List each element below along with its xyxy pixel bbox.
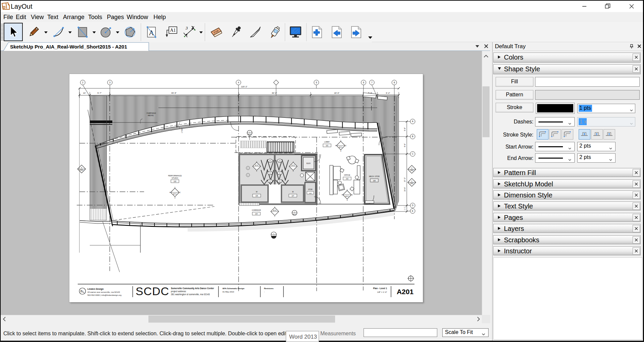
svg-text:W: W xyxy=(256,191,258,193)
svg-text:STUDIO: STUDIO xyxy=(172,177,178,179)
svg-text:A701: A701 xyxy=(173,193,177,195)
svg-text:C: C xyxy=(412,153,413,155)
svg-text:A: A xyxy=(412,120,413,122)
svg-text:ELEV: ELEV xyxy=(307,163,311,164)
svg-text:01 May 2013: 01 May 2013 xyxy=(222,291,234,293)
svg-text:A703: A703 xyxy=(255,164,258,166)
svg-text:3: 3 xyxy=(185,25,188,30)
svg-text:1: 1 xyxy=(175,187,176,188)
svg-text:102: 102 xyxy=(346,178,348,180)
svg-text:9: 9 xyxy=(81,167,82,169)
svg-text:106: 106 xyxy=(255,195,258,197)
svg-text:LOBBY: LOBBY xyxy=(324,141,330,143)
svg-text:37’-3”: 37’-3” xyxy=(404,177,406,182)
svg-text:3: 3 xyxy=(340,150,341,152)
svg-text:5’-7”: 5’-7” xyxy=(98,92,102,94)
svg-text:0902: 0902 xyxy=(80,169,83,171)
svg-text:project address:: project address: xyxy=(171,290,186,293)
svg-text:107: 107 xyxy=(292,195,294,197)
svg-text:PERFORMANCE: PERFORMANCE xyxy=(168,175,182,177)
svg-text:CORRIDOR: CORRIDOR xyxy=(252,209,261,211)
svg-text:ABOVE: ABOVE xyxy=(148,114,154,116)
svg-text:4: 4 xyxy=(342,194,343,196)
svg-text:Linden Design: Linden Design xyxy=(87,288,104,290)
svg-text:109: 109 xyxy=(373,180,376,182)
svg-text:Plan - Level 1: Plan - Level 1 xyxy=(373,287,387,289)
svg-text:B: B xyxy=(80,289,82,293)
svg-text:6: 6 xyxy=(363,81,364,84)
svg-text:4: 4 xyxy=(335,145,336,147)
svg-text:SCDC: SCDC xyxy=(136,285,169,297)
svg-text:1: 1 xyxy=(347,189,348,191)
svg-text:A703: A703 xyxy=(273,209,276,211)
svg-text:3: 3 xyxy=(109,81,111,84)
svg-text:2: 2 xyxy=(352,194,353,196)
svg-text:1/8” = 1’-0”: 1/8” = 1’-0” xyxy=(377,291,387,293)
svg-text:4: 4 xyxy=(170,192,171,193)
svg-text:18’-0”: 18’-0” xyxy=(334,92,339,94)
svg-text:A902: A902 xyxy=(248,134,251,135)
svg-text:A1: A1 xyxy=(170,28,176,33)
svg-text:OFFICE: OFFICE xyxy=(344,174,350,176)
svg-text:281 washington st somerville,: 281 washington st somerville, ma 02143 xyxy=(171,293,210,296)
svg-text:5: 5 xyxy=(316,81,317,84)
svg-text:2: 2 xyxy=(411,167,412,169)
svg-text:24 warren ave somerville, ma: 24 warren ave somerville, ma 02143 xyxy=(87,291,120,293)
svg-text:OVERHANG: OVERHANG xyxy=(146,112,156,114)
svg-text:502 810 0000 | info@lindende: 502 810 0000 | info@lindendesign.org xyxy=(87,294,121,296)
svg-text:8’-6”: 8’-6” xyxy=(404,143,406,147)
svg-text:STOR: STOR xyxy=(308,189,313,190)
svg-text:10’: 10’ xyxy=(83,92,86,94)
svg-text:4: 4 xyxy=(238,81,239,84)
svg-text:2: 2 xyxy=(411,180,412,182)
svg-text:19’-6”: 19’-6” xyxy=(404,187,406,192)
svg-text:-: - xyxy=(264,291,265,293)
svg-text:49’-8”: 49’-8” xyxy=(171,92,177,94)
svg-text:Somerville Community Arts Danc: Somerville Community Arts Dance Center xyxy=(171,287,214,290)
svg-text:A703: A703 xyxy=(292,164,295,166)
svg-text:A701: A701 xyxy=(345,195,349,197)
svg-text:109: 109 xyxy=(309,192,312,194)
svg-text:1902: 1902 xyxy=(410,170,414,171)
svg-text:30’-0”: 30’-0” xyxy=(272,92,277,94)
svg-text:3: 3 xyxy=(175,197,176,199)
svg-text:Revisions: Revisions xyxy=(264,287,274,289)
svg-text:2: 2 xyxy=(82,81,83,84)
svg-text:90% Schematic Design: 90% Schematic Design xyxy=(222,287,245,289)
svg-text:A201: A201 xyxy=(397,288,414,295)
svg-text:B: B xyxy=(412,135,413,138)
svg-text:2: 2 xyxy=(345,145,346,147)
svg-text:A701: A701 xyxy=(339,146,343,148)
svg-text:101: 101 xyxy=(326,145,328,147)
svg-text:D: D xyxy=(412,204,413,206)
svg-text:115’-2”: 115’-2” xyxy=(241,85,248,88)
svg-text:1’-1”: 1’-1” xyxy=(404,206,406,210)
svg-text:MECH / STOR: MECH / STOR xyxy=(369,176,380,177)
svg-text:2: 2 xyxy=(180,192,181,193)
svg-text:L: L xyxy=(82,290,84,293)
svg-text:3: 3 xyxy=(347,199,348,201)
svg-text:5’-8”: 5’-8” xyxy=(404,127,406,131)
svg-text:1901: 1901 xyxy=(410,183,414,184)
svg-text:M: M xyxy=(292,191,294,193)
svg-text:8: 8 xyxy=(394,81,395,84)
svg-text:1: 1 xyxy=(340,140,341,142)
svg-text:7: 7 xyxy=(371,81,373,84)
svg-text:A902: A902 xyxy=(293,213,296,215)
svg-text:17’X60’: 17’X60’ xyxy=(181,128,183,133)
svg-text:103: 103 xyxy=(174,181,176,182)
svg-text:104: 104 xyxy=(255,213,258,215)
svg-text:E: E xyxy=(412,210,413,212)
svg-text:6’-2”: 6’-2” xyxy=(386,92,390,94)
